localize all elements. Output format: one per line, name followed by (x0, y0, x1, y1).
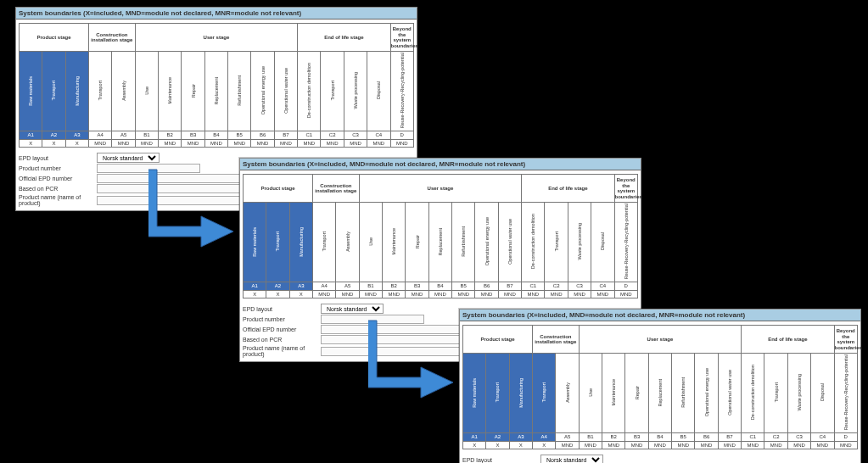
module-code-cell: B5 (672, 433, 695, 442)
module-status-cell: MND (787, 441, 810, 449)
boundaries-table-wrap: Product stageConstruction installation s… (240, 170, 641, 301)
module-status-cell: MND (112, 139, 135, 148)
module-code-cell: A3 (289, 282, 312, 291)
epd-layout-select[interactable]: Norsk standard (97, 153, 160, 163)
module-status-cell: MND (498, 290, 521, 298)
module-code-cell: B7 (498, 282, 521, 291)
module-name-cell: Operational water use (498, 203, 521, 282)
module-code-cell: B3 (182, 131, 204, 140)
module-code-cell: A4 (533, 433, 556, 442)
module-name-cell: Transport (764, 354, 787, 433)
module-name-cell: Transport (89, 52, 112, 131)
module-status-cell: MND (695, 441, 718, 449)
module-name-cell: Disposal (367, 52, 390, 131)
module-code-cell: C3 (344, 131, 367, 140)
module-status-cell: MND (742, 441, 764, 449)
module-code-cell: B3 (625, 433, 648, 442)
module-status-cell: X (509, 441, 532, 449)
form-section: EPD layoutNorsk standardProduct numberOf… (460, 452, 860, 463)
product-name-label: Product name (name of product) (243, 345, 321, 357)
module-status-cell: MND (522, 290, 545, 298)
module-status-cell: MND (614, 290, 638, 298)
stage-group-cell: Product stage (20, 24, 89, 52)
stage-group-cell: Beyond the system boundaries (614, 175, 638, 203)
module-code-cell: B4 (428, 282, 451, 291)
module-code-cell: B4 (204, 131, 227, 140)
module-name-cell: Reuse-Recovery-Recycling-potential (390, 52, 414, 131)
panel-title: System boundaries (X=included, MND=modul… (240, 159, 641, 170)
module-status-cell: MND (298, 139, 321, 148)
module-name-cell: Use (135, 52, 158, 131)
module-code-cell: C2 (764, 433, 787, 442)
module-name-cell: Waste processing (787, 354, 810, 433)
panel-title: System boundaries (X=included, MND=modul… (460, 310, 860, 321)
module-code-row: A1A2A3A4A5B1B2B3B4B5B6B7C1C2C3C4D (463, 433, 858, 442)
module-code-cell: A5 (112, 131, 135, 140)
module-status-cell: MND (313, 290, 336, 298)
module-code-cell: B4 (648, 433, 671, 442)
module-code-cell: B5 (228, 131, 251, 140)
module-name-cell: Transport (533, 354, 556, 433)
stage-group-cell: User stage (359, 175, 521, 203)
module-code-row: A1A2A3A4A5B1B2B3B4B5B6B7C1C2C3C4D (20, 131, 414, 140)
module-code-cell: B1 (359, 282, 382, 291)
module-status-cell: MND (579, 441, 602, 449)
module-code-cell: C2 (545, 282, 568, 291)
module-code-cell: A3 (65, 131, 88, 140)
module-name-cell: Maintenance (383, 203, 406, 282)
module-name-cell: Transport (313, 203, 336, 282)
module-name-cell: Waste processing (344, 52, 367, 131)
module-name-cell: Manufacturing (65, 52, 88, 131)
module-name-cell: De-construction demolition (298, 52, 321, 131)
module-code-cell: A1 (20, 131, 42, 140)
module-name-cell: Operational water use (718, 354, 741, 433)
module-status-cell: MND (336, 290, 359, 298)
module-status-row: XXXXMNDMNDMNDMNDMNDMNDMNDMNDMNDMNDMNDMND… (463, 441, 858, 449)
module-code-cell: C1 (742, 433, 764, 442)
epd-layout-select[interactable]: Norsk standard (321, 304, 384, 314)
module-status-cell: MND (228, 139, 251, 148)
module-name-cell: Replacement (428, 203, 451, 282)
module-name-cell: Assembly (556, 354, 579, 433)
module-name-cell: Operational energy use (695, 354, 718, 433)
stage-group-cell: Product stage (244, 175, 313, 203)
module-status-cell: X (289, 290, 312, 298)
module-name-cell: Transport (42, 52, 65, 131)
module-status-cell: MND (390, 139, 414, 148)
module-code-cell: A1 (463, 433, 486, 442)
module-name-cell: Use (359, 203, 382, 282)
module-name-cell: Repair (625, 354, 648, 433)
module-status-cell: MND (428, 290, 451, 298)
epd-layout-row: EPD layoutNorsk standard (462, 455, 858, 463)
module-code-cell: A2 (486, 433, 509, 442)
module-name-cell: Repair (182, 52, 204, 131)
epd-layout-select[interactable]: Norsk standard (540, 455, 603, 463)
module-code-cell: A4 (89, 131, 112, 140)
module-name-row: Raw materialsTransportManufacturingTrans… (244, 203, 638, 282)
product-number-label: Product number (19, 165, 97, 171)
module-status-cell: MND (811, 441, 834, 449)
module-status-cell: X (463, 441, 486, 449)
epd-layout-label: EPD layout (19, 155, 97, 161)
module-status-cell: MND (359, 290, 382, 298)
module-status-cell: MND (406, 290, 428, 298)
module-status-cell: X (533, 441, 556, 449)
module-name-cell: Repair (406, 203, 428, 282)
product-name-label: Product name (name of product) (19, 194, 97, 206)
module-code-cell: B2 (602, 433, 625, 442)
module-name-cell: De-construction demolition (522, 203, 545, 282)
module-code-cell: B5 (452, 282, 475, 291)
module-name-cell: Raw materials (463, 354, 486, 433)
flow-arrow-1 (148, 165, 242, 259)
module-code-cell: B6 (475, 282, 498, 291)
module-name-cell: Replacement (204, 52, 227, 131)
module-status-cell: MND (834, 441, 858, 449)
boundaries-table: Product stageConstruction installation s… (462, 325, 858, 449)
module-code-cell: A4 (313, 282, 336, 291)
module-status-cell: MND (591, 290, 614, 298)
module-code-cell: B2 (383, 282, 406, 291)
boundaries-table-wrap: Product stageConstruction installation s… (460, 321, 860, 452)
module-name-row: Raw materialsTransportManufacturingTrans… (20, 52, 414, 131)
module-status-cell: MND (452, 290, 475, 298)
module-status-cell: MND (625, 441, 648, 449)
